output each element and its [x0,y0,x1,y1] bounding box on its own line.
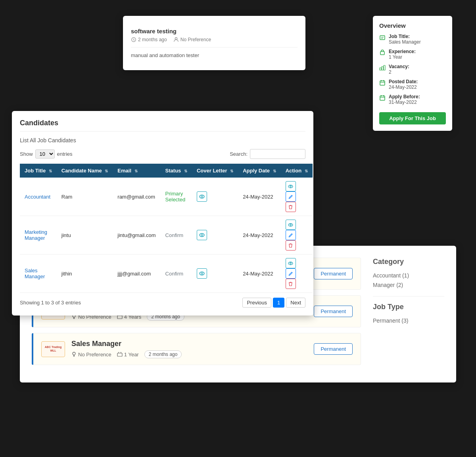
job-type-item[interactable]: Permanent (3) [373,316,444,325]
job-title-link[interactable]: Marketing Manager [25,229,47,241]
overview-panel: Overview Job Title: Sales Manager Experi… [373,16,452,131]
apply-for-job-button[interactable]: Apply For This Job [379,112,446,124]
delete-button[interactable] [286,279,296,289]
cell-email: jintu@gmail.com [113,216,160,254]
job-type-button[interactable]: Permanent [314,306,353,317]
posted-value: 24-May-2022 [389,84,418,90]
showing-text: Showing 1 to 3 of 3 entries [20,300,81,306]
job-title-value: Sales Manager [389,39,421,45]
overview-posted-item: Posted Date: 24-May-2022 [379,79,446,90]
svg-point-23 [288,224,293,226]
svg-point-20 [290,185,292,187]
cell-status: Confirm [161,216,192,254]
svg-point-22 [201,234,203,236]
overview-job-title-item: Job Title: Sales Manager [379,34,446,45]
edit-button[interactable] [286,230,296,240]
experience-label: Experience: [389,49,416,54]
page-1-button[interactable]: 1 [273,298,284,308]
overview-title: Overview [379,22,446,29]
overview-vacancy-item: Vacancy: 2 [379,64,446,75]
col-candidate-name[interactable]: Candidate Name ⇅ [57,164,113,178]
cell-action [281,216,313,254]
svg-rect-7 [382,67,383,70]
job-detail-panel: software testing 2 months ago No Prefere… [123,16,305,70]
overview-apply-before-item: Apply Before: 31-May-2022 [379,94,446,105]
svg-point-37 [73,352,75,355]
vacancy-value: 2 [389,69,409,75]
list-all-label: List All Job Candidates [20,137,305,143]
job-title-link[interactable]: Sales Manager [25,268,45,279]
cell-candidate-name: jintu [57,216,113,254]
candidates-table: Job Title ⇅ Candidate Name ⇅ Email ⇅ Sta… [20,164,313,293]
table-row: Marketing Manager jintu jintu@gmail.com … [20,216,313,254]
cell-apply-date: 24-May-2022 [238,254,281,293]
col-status[interactable]: Status ⇅ [161,164,192,178]
job-card-meta: No Preference 1 Year 2 months ago [71,350,307,358]
job-time-ago: 2 months ago [144,350,182,358]
apply-before-label: Apply Before: [389,94,420,99]
category-title: Category [373,258,444,266]
prev-button[interactable]: Previous [242,298,271,308]
cell-status: Confirm [161,254,192,293]
job-detail-title: software testing [131,28,298,34]
next-button[interactable]: Next [286,298,305,308]
overview-experience-item: Experience: 1 Year [379,49,446,60]
entries-select[interactable]: 10 25 50 [35,149,55,159]
col-action[interactable]: Action ⇅ [281,164,313,178]
svg-point-18 [201,196,203,197]
cell-cover-letter [192,178,238,216]
view-cover-letter-button[interactable] [197,230,207,240]
svg-rect-5 [380,52,384,55]
edit-button[interactable] [286,191,296,202]
table-row: Sales Manager jithin jjjj@gmail.com Conf… [20,254,313,293]
cell-job-title: Sales Manager [20,254,57,293]
svg-point-26 [201,273,203,274]
cell-job-title: Marketing Manager [20,216,57,254]
cell-job-title: Accountant [20,178,57,216]
svg-rect-9 [380,81,385,85]
candidates-title: Candidates [20,119,305,132]
svg-point-17 [200,195,204,198]
view-cover-letter-button[interactable] [197,191,207,202]
job-type-title: Job Type [373,303,444,311]
job-type-button[interactable]: Permanent [314,268,353,279]
cell-status: Primary Selected [161,178,192,216]
cell-email: ram@gmail.com [113,178,160,216]
apply-before-value: 31-May-2022 [389,99,420,105]
table-row: Accountant Ram ram@gmail.com Primary Sel… [20,178,313,216]
view-button[interactable] [286,181,296,191]
job-card-title: Sales Manager [71,340,307,348]
search-input[interactable] [250,149,305,159]
posted-label: Posted Date: [389,79,418,84]
pagination: Previous 1 Next [242,298,305,308]
col-job-title[interactable]: Job Title ⇅ [20,164,57,178]
job-detail-preference: No Preference [173,37,211,42]
cell-action [281,178,313,216]
delete-button[interactable] [286,240,296,250]
view-cover-letter-button[interactable] [197,268,207,279]
view-button[interactable] [286,258,296,268]
category-item[interactable]: Manager (2) [373,280,444,290]
category-item[interactable]: Accountant (1) [373,271,444,280]
svg-rect-13 [380,96,385,100]
cell-action [281,254,313,293]
job-title-label: Job Title: [389,34,421,39]
col-cover-letter[interactable]: Cover Letter ⇅ [192,164,238,178]
job-type-button[interactable]: Permanent [314,343,353,355]
cell-apply-date: 24-May-2022 [238,216,281,254]
col-apply-date[interactable]: Apply Date ⇅ [238,164,281,178]
cell-apply-date: 24-May-2022 [238,178,281,216]
vacancy-label: Vacancy: [389,64,409,69]
job-title-link[interactable]: Accountant [25,194,50,200]
view-button[interactable] [286,220,296,230]
edit-button[interactable] [286,268,296,279]
svg-point-28 [290,262,292,264]
svg-point-21 [200,233,204,237]
col-email[interactable]: Email ⇅ [113,164,160,178]
delete-button[interactable] [286,202,296,212]
svg-point-19 [288,185,293,188]
job-detail-time: 2 months ago [131,37,167,42]
cell-email: jjjj@gmail.com [113,254,160,293]
svg-point-1 [175,38,177,40]
listings-sidebar: Category Accountant (1)Manager (2) Job T… [373,258,444,371]
